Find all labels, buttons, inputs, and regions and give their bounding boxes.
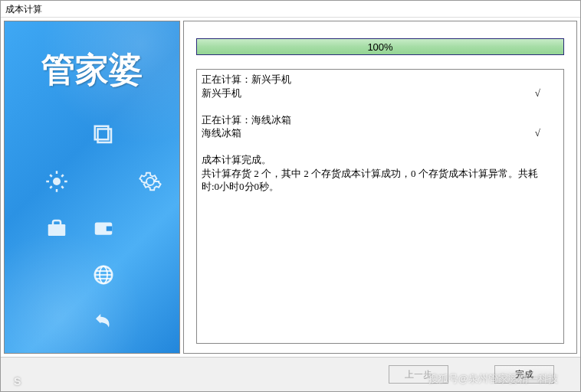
undo-icon bbox=[82, 300, 124, 342]
svg-line-6 bbox=[61, 186, 64, 188]
log-line: 正在计算：海线冰箱 bbox=[202, 113, 559, 127]
finish-button[interactable]: 完成 bbox=[494, 365, 554, 384]
window-titlebar: 成本计算 bbox=[1, 1, 580, 18]
log-line: 正在计算：新兴手机 bbox=[202, 73, 559, 87]
svg-rect-9 bbox=[48, 224, 65, 236]
log-line: 成本计算完成。 bbox=[202, 153, 559, 167]
sun-icon bbox=[35, 160, 77, 202]
brand-logo-text: 管家婆 bbox=[5, 47, 179, 93]
window-title: 成本计算 bbox=[5, 4, 42, 15]
svg-rect-11 bbox=[106, 226, 112, 230]
globe-icon bbox=[82, 253, 124, 296]
sidebar-icon-grid bbox=[35, 113, 164, 354]
prev-button[interactable]: 上一步 bbox=[389, 365, 448, 384]
bar-chart-icon bbox=[35, 347, 77, 354]
footer-bar: 上一步 完成 bbox=[1, 357, 580, 391]
wallet-icon bbox=[82, 207, 124, 249]
log-line: 新兴手机√ bbox=[202, 87, 559, 100]
log-line bbox=[202, 100, 559, 113]
svg-line-7 bbox=[50, 186, 52, 188]
log-line bbox=[202, 140, 559, 154]
briefcase-icon bbox=[35, 207, 77, 249]
stack-icon bbox=[82, 113, 124, 155]
progress-bar: 100% bbox=[196, 38, 564, 55]
svg-line-5 bbox=[50, 175, 52, 177]
content-area: 管家婆 bbox=[1, 18, 580, 357]
main-panel: 100% 正在计算：新兴手机新兴手机√ 正在计算：海线冰箱海线冰箱√ 成本计算完… bbox=[183, 21, 577, 354]
svg-line-8 bbox=[61, 175, 64, 177]
sidebar-panel: 管家婆 bbox=[4, 21, 180, 354]
cost-calc-window: 成本计算 管家婆 bbox=[0, 0, 581, 392]
calculation-log[interactable]: 正在计算：新兴手机新兴手机√ 正在计算：海线冰箱海线冰箱√ 成本计算完成。共计算… bbox=[196, 69, 564, 344]
gear-icon bbox=[129, 160, 171, 202]
log-line: 海线冰箱√ bbox=[202, 126, 559, 140]
progress-label: 100% bbox=[367, 41, 392, 53]
progress-fill: 100% bbox=[197, 39, 563, 54]
log-line: 共计算存货 2 个，其中 2 个存货成本计算成功，0 个存货成本计算异常。共耗时… bbox=[202, 167, 559, 194]
svg-point-0 bbox=[53, 178, 61, 185]
